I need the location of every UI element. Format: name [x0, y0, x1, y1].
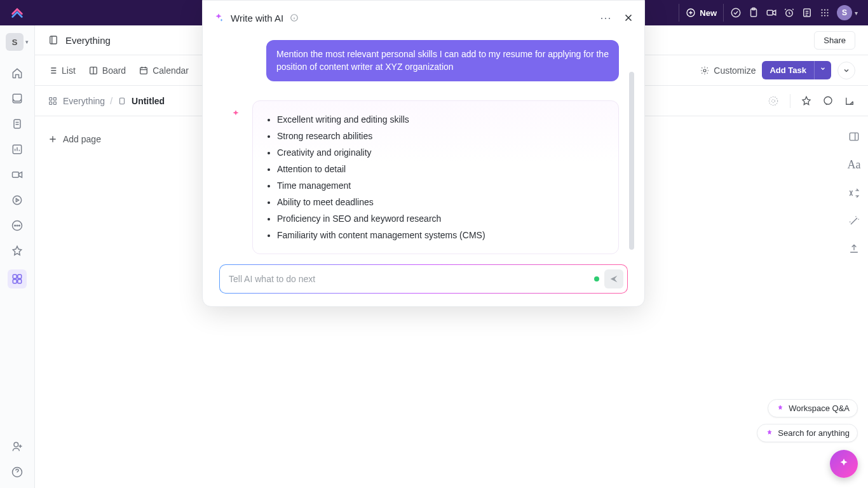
status-dot	[594, 276, 599, 281]
send-button[interactable]	[604, 269, 623, 288]
ai-response-item: Strong research abilities	[277, 128, 606, 144]
ai-response-item: Time management	[277, 177, 606, 194]
add-task-split[interactable]	[814, 61, 831, 79]
add-task-button[interactable]: Add Task	[762, 61, 814, 79]
wand-icon[interactable]	[848, 215, 860, 227]
svg-rect-18	[13, 172, 19, 177]
ai-input-field[interactable]	[229, 274, 594, 284]
breadcrumb-root[interactable]: Everything	[63, 96, 105, 106]
text-style-icon[interactable]: Aa	[848, 158, 861, 172]
customize-button[interactable]: Customize	[700, 65, 756, 76]
svg-rect-36	[50, 97, 52, 100]
focus-icon[interactable]	[767, 95, 780, 107]
more-icon[interactable]	[10, 219, 24, 233]
svg-point-10	[821, 12, 822, 13]
shuffle-icon[interactable]	[848, 187, 860, 200]
svg-point-42	[772, 99, 775, 102]
svg-point-8	[824, 9, 825, 10]
avatar: S	[837, 5, 852, 20]
workspace-switcher[interactable]: S ▾	[6, 33, 29, 51]
ai-response-item: Excellent writing and editing skills	[277, 111, 606, 128]
clips-icon[interactable]	[10, 168, 24, 182]
timesheets-icon[interactable]	[10, 193, 24, 207]
upload-icon[interactable]	[848, 243, 860, 255]
search-anything-chip[interactable]: Search for anything	[757, 424, 858, 442]
page-title: Everything	[65, 35, 111, 46]
workspace-qa-chip[interactable]: Workspace Q&A	[768, 399, 858, 417]
video-icon[interactable]	[766, 7, 777, 18]
svg-point-23	[19, 225, 20, 226]
inbox-icon[interactable]	[10, 92, 24, 105]
breadcrumb: Everything / Untitled	[48, 96, 165, 106]
ai-modal: Write with AI ⋯ Mention the most relevan…	[202, 0, 645, 307]
svg-point-7	[821, 9, 822, 10]
svg-rect-27	[18, 280, 22, 283]
ai-response-item: Ability to meet deadlines	[277, 194, 606, 210]
docs-icon[interactable]	[10, 117, 24, 131]
svg-rect-16	[14, 119, 20, 128]
info-icon[interactable]	[290, 13, 299, 22]
note-icon[interactable]	[801, 7, 813, 18]
svg-rect-39	[53, 102, 56, 104]
svg-point-14	[824, 15, 825, 16]
invite-icon[interactable]	[10, 440, 24, 454]
svg-rect-40	[120, 98, 125, 104]
home-icon[interactable]	[10, 66, 24, 80]
user-menu[interactable]: S ▾	[837, 5, 858, 20]
svg-point-13	[821, 15, 822, 16]
star-icon[interactable]	[801, 95, 812, 107]
favorites-star-icon[interactable]	[10, 244, 24, 258]
ai-response: Excellent writing and editing skillsStro…	[252, 100, 619, 254]
svg-rect-4	[767, 10, 773, 15]
tab-list[interactable]: List	[48, 65, 76, 76]
scrollbar[interactable]	[629, 72, 634, 250]
spaces-icon[interactable]	[8, 269, 27, 288]
svg-rect-26	[13, 280, 17, 283]
svg-rect-34	[140, 67, 147, 74]
ai-input	[219, 264, 628, 294]
chevron-down-icon: ▾	[855, 10, 858, 17]
svg-point-11	[824, 12, 825, 13]
breadcrumb-current: Untitled	[132, 96, 165, 106]
new-button[interactable]: New	[679, 4, 724, 22]
apps-grid-icon[interactable]	[819, 7, 831, 18]
svg-rect-30	[50, 36, 57, 44]
svg-rect-24	[13, 274, 17, 278]
sidebar-nav: S ▾	[0, 25, 35, 488]
close-icon[interactable]	[623, 12, 634, 24]
svg-point-35	[703, 69, 706, 72]
svg-point-19	[13, 196, 21, 204]
tab-calendar[interactable]: Calendar	[139, 65, 189, 76]
spaces-icon	[48, 96, 58, 106]
sparkle-icon	[213, 12, 224, 24]
comment-icon[interactable]	[822, 95, 834, 107]
panel-icon[interactable]	[848, 130, 860, 143]
chevron-down-icon: ▾	[25, 39, 29, 45]
ai-modal-title: Write with AI	[231, 13, 283, 24]
more-menu-icon[interactable]: ⋯	[600, 11, 613, 25]
svg-point-12	[827, 12, 828, 13]
tab-board[interactable]: Board	[88, 65, 126, 76]
svg-point-1	[731, 8, 740, 17]
share-button[interactable]: Share	[814, 31, 855, 50]
alarm-icon[interactable]	[783, 7, 795, 18]
page-icon	[48, 34, 59, 46]
svg-point-21	[15, 225, 16, 226]
ai-response-item: Proficiency in SEO and keyword research	[277, 210, 606, 227]
more-options-button[interactable]	[837, 62, 855, 79]
ai-avatar-icon	[228, 107, 243, 122]
doc-icon	[118, 97, 126, 105]
ai-response-item: Creativity and originality	[277, 144, 606, 161]
help-icon[interactable]	[10, 465, 24, 479]
svg-point-41	[769, 97, 777, 105]
right-rail: Aa	[840, 86, 868, 255]
svg-point-15	[827, 15, 828, 16]
clipboard-icon[interactable]	[748, 7, 759, 18]
svg-point-9	[827, 9, 828, 10]
dashboards-icon[interactable]	[10, 142, 24, 156]
check-circle-icon[interactable]	[730, 7, 742, 18]
svg-rect-38	[50, 102, 52, 104]
svg-point-43	[824, 97, 832, 104]
app-logo[interactable]	[10, 6, 24, 20]
ai-fab[interactable]	[830, 450, 858, 478]
